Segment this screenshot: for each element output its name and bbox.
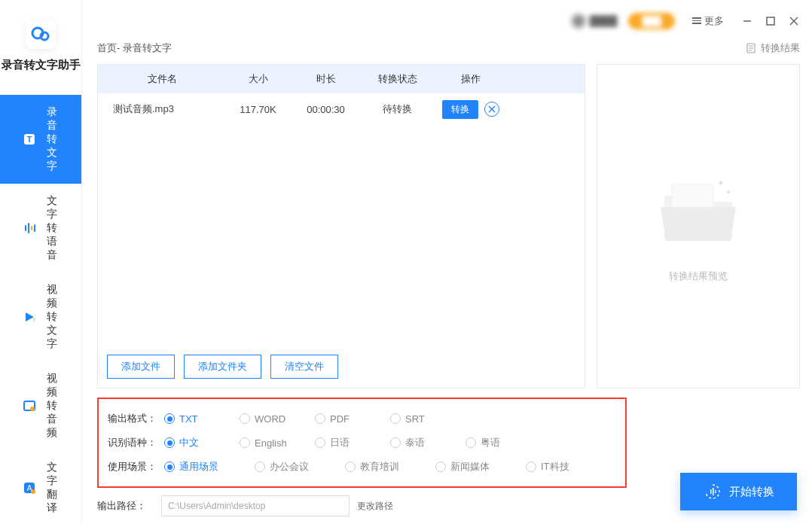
scene-option[interactable]: 通用场景	[164, 460, 255, 474]
th-name: 文件名	[98, 72, 226, 86]
nav-item-audio-to-text[interactable]: T 录音转文字	[0, 95, 81, 184]
language-option[interactable]: 泰语	[390, 436, 466, 449]
radio-label: 日语	[330, 436, 350, 449]
nav-item-video-to-text[interactable]: T 视频转文字	[0, 273, 81, 361]
format-option[interactable]: WORD	[240, 413, 315, 425]
settings-panel: 输出格式： TXTWORDPDFSRT 识别语种： 中文English日语泰语粤…	[97, 398, 627, 488]
table-row: 测试音频.mp3 117.70K 00:00:30 待转换 转换	[98, 93, 585, 125]
svg-rect-7	[34, 224, 35, 232]
th-operation: 操作	[433, 72, 508, 86]
setting-label-scene: 使用场景：	[108, 460, 164, 474]
language-option[interactable]: 中文	[164, 436, 240, 449]
translate-icon: A	[23, 480, 36, 495]
app-logo-icon	[26, 19, 56, 49]
th-status: 转换状态	[362, 72, 433, 86]
radio-label: TXT	[179, 413, 198, 425]
svg-text:T: T	[32, 318, 36, 323]
svg-rect-36	[713, 488, 714, 495]
svg-point-13	[31, 489, 35, 494]
radio-label: 粤语	[481, 436, 500, 449]
td-duration: 00:00:30	[290, 104, 362, 115]
radio-icon	[345, 462, 356, 472]
text-icon: T	[23, 132, 36, 147]
scene-option[interactable]: IT科技	[526, 460, 616, 474]
titlebar: ████ ███ 更多	[82, 0, 812, 41]
svg-text:T: T	[27, 135, 32, 144]
nav-label: 文字转语音	[47, 194, 59, 262]
nav-label: 视频转文字	[47, 283, 59, 351]
setting-label-format: 输出格式：	[108, 412, 164, 425]
language-option[interactable]: English	[240, 436, 315, 449]
radio-icon	[240, 413, 250, 424]
clear-files-button[interactable]: 清空文件	[270, 355, 338, 379]
th-duration: 时长	[290, 72, 362, 86]
td-status: 待转换	[362, 102, 433, 116]
radio-label: 通用场景	[179, 460, 218, 474]
svg-rect-5	[28, 223, 29, 233]
add-file-button[interactable]: 添加文件	[107, 355, 175, 379]
video-audio-icon	[23, 398, 36, 413]
radio-label: 办公会议	[270, 460, 309, 474]
radio-icon	[255, 462, 265, 472]
scene-option[interactable]: 新闻媒体	[435, 460, 526, 474]
output-path-input[interactable]	[161, 495, 350, 516]
format-option[interactable]: PDF	[315, 413, 390, 425]
result-link[interactable]: 转换结果	[746, 41, 800, 55]
svg-point-10	[30, 407, 35, 411]
preview-panel: 转换结果预览	[597, 64, 800, 388]
breadcrumb: 首页- 录音转文字	[97, 41, 172, 55]
close-button[interactable]	[788, 15, 800, 27]
language-option[interactable]: 粤语	[466, 436, 541, 449]
svg-point-34	[727, 190, 730, 193]
radio-label: PDF	[330, 413, 350, 425]
svg-rect-4	[25, 225, 26, 231]
folder-illust-icon	[649, 169, 747, 254]
svg-point-1	[41, 32, 48, 40]
delete-button[interactable]	[484, 102, 499, 117]
setting-scene: 使用场景： 通用场景办公会议教育培训新闻媒体IT科技	[108, 455, 616, 479]
radio-icon	[526, 462, 536, 472]
badge-blurred: ███	[628, 13, 675, 29]
nav: T 录音转文字 文字转语音 T 视频转文字 视频转音频 A 文字翻译 图片翻译	[0, 95, 81, 524]
nav-item-text-translate[interactable]: A 文字翻译	[0, 450, 81, 524]
radio-icon	[240, 437, 250, 448]
svg-rect-24	[767, 17, 774, 25]
nav-item-video-to-audio[interactable]: 视频转音频	[0, 361, 81, 450]
radio-label: 教育培训	[360, 460, 399, 474]
radio-icon	[164, 462, 175, 472]
maximize-button[interactable]	[765, 15, 777, 27]
change-path-link[interactable]: 更改路径	[357, 500, 393, 513]
radio-label: IT科技	[541, 460, 569, 474]
svg-rect-6	[31, 226, 32, 230]
nav-label: 文字翻译	[47, 461, 59, 515]
format-option[interactable]: SRT	[390, 413, 466, 425]
nav-item-text-to-speech[interactable]: 文字转语音	[0, 184, 81, 273]
start-convert-button[interactable]: 开始转换	[680, 473, 797, 510]
scene-option[interactable]: 办公会议	[255, 460, 345, 474]
output-path-label: 输出路径：	[97, 499, 154, 513]
radio-label: SRT	[405, 413, 425, 425]
radio-icon	[390, 437, 401, 448]
radio-icon	[390, 413, 401, 424]
svg-rect-35	[710, 489, 712, 494]
convert-button[interactable]: 转换	[442, 100, 478, 119]
format-option[interactable]: TXT	[164, 413, 240, 425]
minimize-button[interactable]	[741, 15, 753, 27]
language-option[interactable]: 日语	[315, 436, 390, 449]
radio-label: 新闻媒体	[450, 460, 490, 474]
add-folder-button[interactable]: 添加文件夹	[184, 355, 261, 379]
doc-icon	[746, 43, 756, 53]
main: ████ ███ 更多 首页- 录音转文字 转换结果 文件名	[82, 0, 812, 524]
user-info-blurred: ████	[572, 14, 618, 28]
radio-icon	[164, 437, 175, 448]
more-button[interactable]: 更多	[686, 11, 730, 31]
logo-area: 录音转文字助手	[2, 19, 81, 72]
nav-label: 录音转文字	[47, 105, 59, 173]
scene-option[interactable]: 教育培训	[345, 460, 435, 474]
close-icon	[488, 105, 496, 113]
radio-label: 中文	[179, 436, 199, 449]
audio-icon	[23, 221, 36, 236]
app-title: 录音转文字助手	[2, 58, 81, 72]
convert-spinner-icon	[704, 483, 722, 501]
radio-icon	[315, 437, 325, 448]
